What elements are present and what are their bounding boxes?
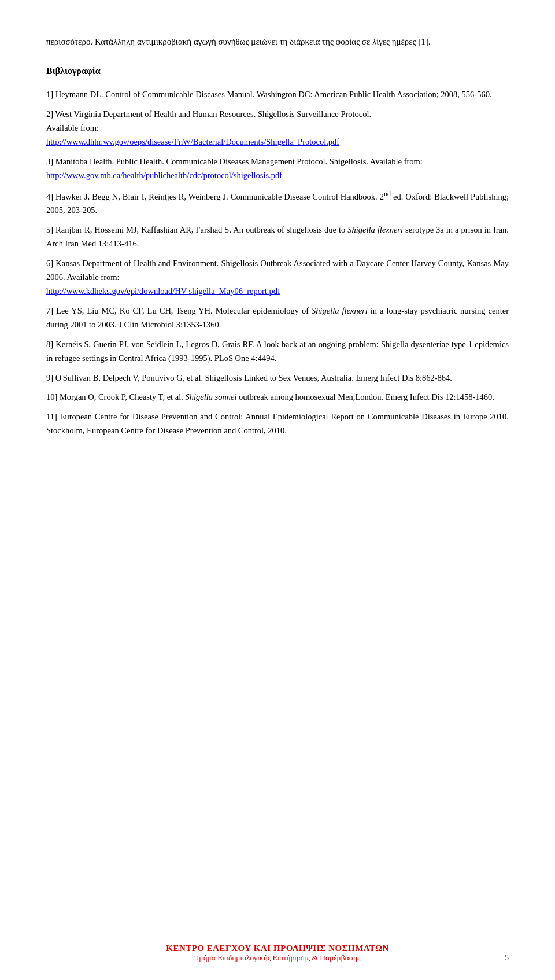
reference-1: 1] Heymann DL. Control of Communicable D… — [46, 88, 509, 102]
ref-7-italic: Shigella flexneri — [312, 306, 368, 315]
reference-9: 9] O'Sullivan B, Delpech V, Pontivivo G,… — [46, 371, 509, 385]
reference-7: 7] Lee YS, Liu MC, Ko CF, Lu CH, Tseng Y… — [46, 304, 509, 332]
ref-10-italic: Shigella sonnei — [185, 392, 236, 401]
reference-4: 4] Hawker J, Begg N, Blair I, Reintjes R… — [46, 189, 509, 218]
ref-2-available: Available from: — [46, 123, 99, 132]
ref-9-text: 9] O'Sullivan B, Delpech V, Pontivivo G,… — [46, 373, 452, 382]
ref-11-text: 11] European Centre for Disease Preventi… — [46, 412, 509, 435]
ref-6-link[interactable]: http://www.kdheks.gov/epi/download/HV sh… — [46, 286, 280, 296]
reference-2: 2] West Virginia Department of Health an… — [46, 108, 509, 149]
ref-4-sup: nd — [384, 190, 391, 198]
ref-3-link[interactable]: http://www.gov.mb.ca/health/publichealth… — [46, 171, 282, 180]
footer-line2: Τμήμα Επιδημιολογικής Επιτήρησης & Παρέμ… — [0, 953, 555, 963]
ref-10-text-before: 10] Morgan O, Crook P, Cheasty T, et al. — [46, 392, 185, 401]
ref-4-text-before: 4] Hawker J, Begg N, Blair I, Reintjes R… — [46, 191, 384, 201]
footer-line1: ΚΕΝΤΡΟ ΕΛΕΓΧΟΥ ΚΑΙ ΠΡΟΛΗΨΗΣ ΝΟΣΗΜΑΤΩΝ — [0, 944, 555, 953]
ref-1-text: 1] Heymann DL. Control of Communicable D… — [46, 90, 492, 99]
ref-10-text-after: outbreak among homosexual Men,London. Em… — [236, 392, 494, 401]
ref-8-text: 8] Kernéis S, Guerin PJ, von Seidlein L,… — [46, 340, 509, 363]
ref-5-italic: Shigella flexneri — [347, 225, 403, 234]
ref-6-text: 6] Kansas Department of Health and Envir… — [46, 259, 509, 282]
ref-2-link[interactable]: http://www.dhhr.wv.gov/oeps/disease/FnW/… — [46, 137, 339, 146]
reference-6: 6] Kansas Department of Health and Envir… — [46, 257, 509, 299]
ref-3-text: 3] Manitoba Health. Public Health. Commu… — [46, 157, 423, 166]
page-footer: ΚΕΝΤΡΟ ΕΛΕΓΧΟΥ ΚΑΙ ΠΡΟΛΗΨΗΣ ΝΟΣΗΜΑΤΩΝ Τμ… — [0, 944, 555, 963]
reference-11: 11] European Centre for Disease Preventi… — [46, 410, 509, 438]
reference-3: 3] Manitoba Health. Public Health. Commu… — [46, 155, 509, 183]
reference-8: 8] Kernéis S, Guerin PJ, von Seidlein L,… — [46, 338, 509, 366]
intro-paragraph: περισσότερο. Κατάλληλη αντιμικροβιακή αγ… — [46, 35, 509, 49]
ref-7-text-before: 7] Lee YS, Liu MC, Ko CF, Lu CH, Tseng Y… — [46, 306, 312, 315]
reference-5: 5] Ranjbar R, Hosseini MJ, Kaffashian AR… — [46, 223, 509, 251]
ref-2-text: 2] West Virginia Department of Health an… — [46, 109, 371, 119]
ref-5-text-before: 5] Ranjbar R, Hosseini MJ, Kaffashian AR… — [46, 225, 347, 234]
reference-10: 10] Morgan O, Crook P, Cheasty T, et al.… — [46, 390, 509, 404]
bibliography-title: Βιβλιογραφία — [46, 66, 509, 76]
page-number: 5 — [505, 953, 509, 963]
